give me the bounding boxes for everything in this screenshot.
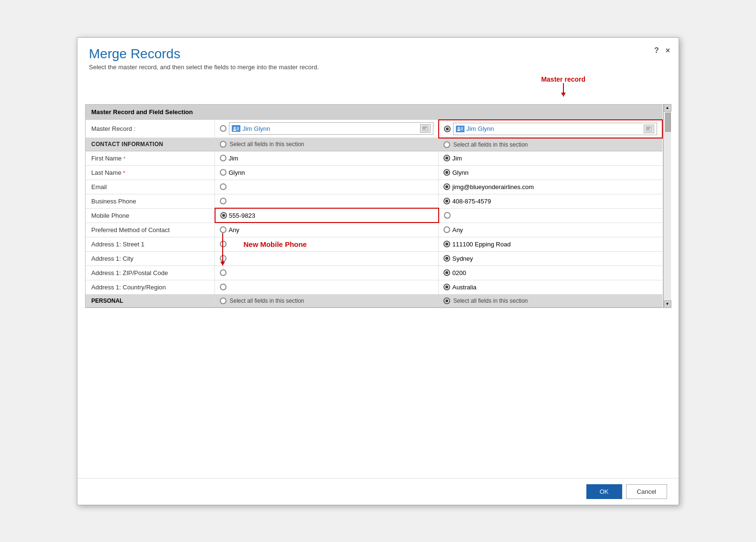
businessphone-left-radio[interactable]: [220, 198, 227, 204]
firstname-right: Jim: [439, 151, 662, 165]
firstname-label: First Name *: [86, 151, 215, 165]
address1-country-label: Address 1: Country/Region: [86, 280, 215, 294]
address1-country-left-radio[interactable]: [220, 284, 227, 290]
email-right-value: jimg@blueyonderairlines.com: [452, 183, 534, 191]
lastname-right: Glynn: [439, 165, 662, 180]
contact-icon-left: [232, 125, 240, 132]
merge-records-dialog: Merge Records Select the master record, …: [77, 37, 679, 505]
email-left-radio[interactable]: [220, 183, 227, 190]
master-record-right-lookup[interactable]: [644, 125, 654, 133]
address1-city-right-radio[interactable]: [443, 255, 450, 262]
mobilephone-left-radio[interactable]: [220, 212, 227, 219]
email-left: [215, 180, 439, 194]
address1-zip-right: 0200: [439, 266, 662, 280]
mobilephone-left: 555-9823: [215, 208, 439, 223]
scrollbar-down-btn[interactable]: ▼: [664, 300, 671, 308]
master-record-annotation-area: Master record: [77, 75, 679, 104]
lastname-left-radio[interactable]: [220, 169, 227, 176]
firstname-left-radio[interactable]: [220, 155, 227, 161]
mobilephone-right: [439, 208, 662, 223]
preferredcontact-left-radio[interactable]: [220, 226, 227, 233]
mobile-annotation-line: [222, 233, 223, 266]
address1-country-left: [215, 280, 439, 294]
personal-section-label: PERSONAL: [86, 294, 215, 307]
ok-button[interactable]: OK: [586, 484, 622, 499]
firstname-required: *: [123, 156, 125, 161]
cancel-button[interactable]: Cancel: [626, 484, 667, 499]
personal-select-left-cell: Select all fields in this section: [215, 294, 439, 307]
contact-info-label: CONTACT INFORMATION: [86, 138, 215, 151]
master-record-right-cell: Jim Glynn: [439, 120, 662, 138]
address1-street-left: New Mobile Phone: [215, 237, 439, 251]
dialog-header: Merge Records Select the master record, …: [77, 38, 679, 75]
svg-rect-16: [647, 128, 650, 128]
master-record-left-radio[interactable]: [220, 125, 227, 132]
email-right-radio[interactable]: [443, 183, 450, 190]
address1-zip-left-radio[interactable]: [220, 269, 227, 276]
dialog-controls: ? ×: [654, 46, 670, 55]
field-row-mobilephone: Mobile Phone 555-9823: [86, 208, 662, 223]
businessphone-right: 408-875-4579: [439, 194, 662, 208]
mobilephone-left-value: 555-9823: [229, 212, 255, 219]
firstname-right-radio[interactable]: [443, 155, 450, 161]
close-icon[interactable]: ×: [666, 46, 670, 55]
email-right: jimg@blueyonderairlines.com: [439, 180, 662, 194]
preferredcontact-right-radio[interactable]: [443, 226, 450, 233]
field-row-address1-zip: Address 1: ZIP/Postal Code: [86, 266, 662, 280]
address1-street-label: Address 1: Street 1: [86, 237, 215, 251]
master-record-left-input[interactable]: Jim Glynn: [229, 122, 433, 135]
master-record-left-cell: Jim Glynn: [215, 120, 439, 138]
merge-table: Master Record and Field Selection Master…: [86, 105, 663, 308]
address1-zip-right-radio[interactable]: [443, 269, 450, 276]
select-all-left-label: Select all fields in this section: [229, 141, 304, 148]
scrollbar-up-btn[interactable]: ▲: [664, 104, 671, 112]
personal-select-left[interactable]: Select all fields in this section: [220, 298, 433, 304]
lastname-right-value: Glynn: [452, 169, 468, 176]
master-record-right-radio[interactable]: [444, 126, 451, 132]
scrollbar-track-area: [664, 112, 671, 300]
mobilephone-label: Mobile Phone: [86, 208, 215, 223]
address1-street-left-radio[interactable]: [220, 241, 227, 247]
svg-rect-2: [233, 129, 236, 131]
scrollbar[interactable]: ▲ ▼: [663, 104, 671, 308]
master-record-annotation: Master record: [541, 75, 585, 96]
businessphone-left: [215, 194, 439, 208]
lastname-label: Last Name *: [86, 165, 215, 180]
table-wrapper: Master Record and Field Selection Master…: [85, 104, 671, 308]
annotation-arrow: [563, 83, 564, 96]
businessphone-label: Business Phone: [86, 194, 215, 208]
master-record-row: Master Record :: [86, 120, 662, 138]
master-record-right-name: Jim Glynn: [466, 125, 642, 132]
personal-select-right-cell: Select all fields in this section: [439, 294, 662, 307]
help-icon[interactable]: ?: [654, 46, 659, 55]
address1-street-right-radio[interactable]: [443, 241, 450, 247]
address1-city-left-radio[interactable]: [220, 255, 227, 262]
lastname-required: *: [123, 170, 125, 176]
mobilephone-right-radio[interactable]: [444, 212, 451, 219]
svg-rect-1: [234, 127, 236, 129]
businessphone-right-radio[interactable]: [443, 198, 450, 204]
master-record-left-lookup[interactable]: [420, 124, 431, 133]
address1-street-right: 111100 Epping Road: [439, 237, 662, 251]
lastname-right-radio[interactable]: [443, 169, 450, 176]
personal-section-row: PERSONAL Select all fields in this secti…: [86, 294, 662, 307]
contact-info-select-right[interactable]: Select all fields in this section: [443, 141, 658, 148]
field-row-lastname: Last Name * Glynn: [86, 165, 662, 180]
merge-table-container: Master Record and Field Selection Master…: [85, 104, 663, 308]
master-record-right-input[interactable]: Jim Glynn: [453, 123, 657, 135]
preferredcontact-right-value: Any: [452, 226, 463, 234]
personal-select-right[interactable]: Select all fields in this section: [443, 298, 658, 304]
contact-info-select-right-cell: Select all fields in this section: [439, 138, 662, 151]
field-row-email: Email ji: [86, 180, 662, 194]
field-row-address1-country: Address 1: Country/Region: [86, 280, 662, 294]
dialog-body: Master Record and Field Selection Master…: [77, 104, 679, 478]
address1-country-right: Australia: [439, 280, 662, 294]
address1-city-right-value: Sydney: [452, 255, 473, 262]
scrollbar-thumb[interactable]: [665, 113, 671, 132]
address1-country-right-radio[interactable]: [443, 284, 450, 290]
firstname-right-value: Jim: [452, 155, 462, 162]
dialog-footer: OK Cancel: [77, 478, 679, 505]
address1-city-label: Address 1: City: [86, 251, 215, 266]
select-all-right-label: Select all fields in this section: [453, 141, 528, 148]
contact-info-select-left[interactable]: Select all fields in this section: [220, 141, 433, 148]
